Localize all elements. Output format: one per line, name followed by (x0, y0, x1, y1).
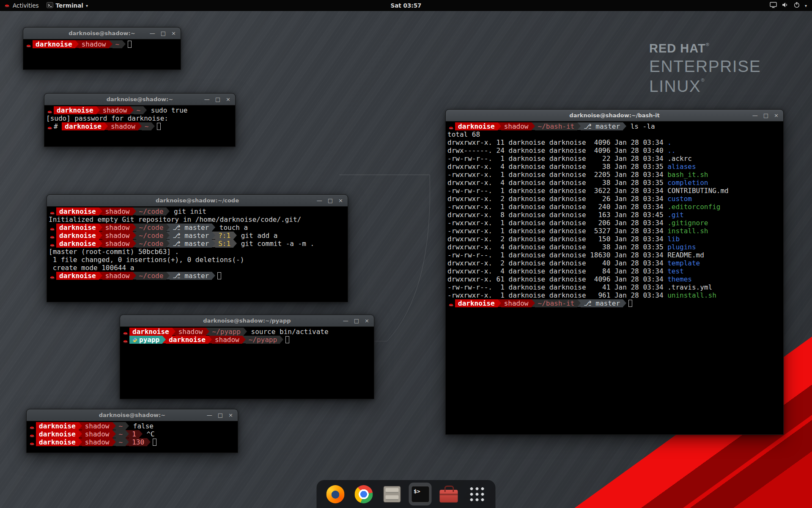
terminal-text: custom (667, 195, 692, 203)
redhat-prompt-icon (28, 422, 36, 430)
prompt-segment-user: darknoise (62, 122, 104, 130)
window-title: darknoise@shadow:~/bash-it (446, 112, 783, 119)
powerline-separator-icon (112, 422, 116, 430)
minimize-button[interactable]: — (150, 28, 155, 39)
dock-item-chrome[interactable] (352, 483, 375, 505)
prompt-segment-host: shadow (79, 40, 109, 48)
terminal-body[interactable]: darknoiseshadow~ falsedarknoiseshadow~1 … (27, 421, 238, 453)
powerline-separator-icon (126, 438, 129, 446)
terminal-body[interactable]: darknoiseshadow~ (23, 39, 181, 69)
terminal-text: -rwxrwxr-x. 1 darknoise darknoise 5327 J… (447, 227, 667, 235)
system-menu-caret-icon: ▾ (805, 3, 807, 8)
terminal-body[interactable]: darknoiseshadow~ sudo true[sudo] passwor… (44, 105, 235, 146)
prompt-segment-path: ~ (134, 106, 144, 114)
powerline-separator-icon (172, 328, 176, 335)
dock-item-software[interactable] (437, 483, 460, 505)
dock-item-files[interactable] (381, 483, 403, 505)
activities-button[interactable]: Activities (0, 0, 43, 11)
maximize-button[interactable]: □ (328, 195, 333, 206)
titlebar[interactable]: darknoise@shadow:~/pyapp—□× (120, 315, 374, 327)
prompt-segment-git: ⎇ master (170, 232, 212, 240)
terminal-body[interactable]: darknoiseshadow~/pyapp source bin/activa… (120, 327, 374, 399)
powerline-separator-icon (233, 240, 237, 247)
maximize-button[interactable]: □ (218, 409, 223, 421)
prompt-segment-path: ~/pyapp (246, 336, 280, 344)
terminal-text: completion (667, 179, 708, 187)
powerline-separator-icon (139, 430, 143, 438)
window-controls: —□× (752, 110, 783, 121)
close-button[interactable]: × (171, 28, 176, 39)
dock-item-app-grid[interactable] (466, 483, 488, 505)
prompt-segment-host: shadow (82, 422, 112, 430)
terminal-text: 1 file changed, 0 insertions(+), 0 delet… (49, 256, 244, 264)
terminal-body[interactable]: darknoiseshadow~/bash-it⎇ master ls -lat… (446, 121, 783, 434)
terminal-line: darknoiseshadow~ sudo true (46, 106, 235, 114)
redhat-prompt-icon (122, 336, 129, 344)
terminal-window-exit-codes: darknoise@shadow:~—□×darknoiseshadow~ fa… (26, 409, 238, 453)
terminal-app-icon (47, 2, 53, 10)
terminal-text: drwxrwxr-x. 4 darknoise darknoise 84 Jan… (447, 267, 667, 275)
system-status-area[interactable]: ▾ (765, 0, 812, 11)
window-controls: —□× (150, 28, 181, 39)
titlebar[interactable]: darknoise@shadow:~/code—□× (47, 195, 348, 207)
close-button[interactable]: × (226, 94, 230, 105)
terminal-text: drwxrwxr-x. 8 darknoise darknoise 163 Ja… (447, 211, 667, 219)
prompt-segment-git: ⎇ master (170, 240, 212, 248)
terminal-text: bash_it.sh (667, 171, 708, 179)
titlebar[interactable]: darknoise@shadow:~—□× (27, 409, 238, 421)
clock[interactable]: Sat 03:57 (391, 2, 422, 9)
minimize-button[interactable]: — (204, 94, 210, 105)
maximize-button[interactable]: □ (763, 110, 768, 121)
powerline-separator-icon (577, 122, 581, 130)
terminal-line: darknoiseshadow~/code⎇ master touch a (49, 224, 348, 232)
minimize-button[interactable]: — (752, 110, 758, 121)
terminal-text: git commit -a -m . (237, 240, 314, 248)
prompt-segment-user: darknoise (56, 272, 99, 280)
minimize-button[interactable]: — (207, 409, 212, 421)
powerline-separator-icon (99, 207, 102, 215)
powerline-separator-icon (244, 328, 247, 335)
powerline-separator-icon (280, 336, 283, 343)
powerline-separator-icon (133, 240, 136, 247)
close-button[interactable]: × (774, 110, 779, 121)
titlebar[interactable]: darknoise@shadow:~/bash-it—□× (446, 110, 783, 121)
maximize-button[interactable]: □ (354, 315, 359, 326)
powerline-separator-icon (104, 122, 108, 130)
dock-item-firefox[interactable] (324, 483, 347, 505)
powerline-separator-icon (242, 336, 246, 343)
minimize-button[interactable]: — (317, 195, 322, 206)
chrome-icon (354, 485, 373, 503)
maximize-button[interactable]: □ (161, 28, 166, 39)
close-button[interactable]: × (365, 315, 369, 326)
terminal-text: git add a (237, 232, 277, 240)
terminal-line: create mode 100644 a (49, 264, 348, 272)
terminal-text: . (667, 138, 672, 146)
prompt-segment-host: shadow (82, 438, 112, 446)
minimize-button[interactable]: — (343, 315, 348, 326)
window-title: darknoise@shadow:~/pyapp (120, 318, 374, 324)
powerline-separator-icon (166, 272, 170, 279)
maximize-button[interactable]: □ (215, 94, 220, 105)
powerline-separator-icon (147, 438, 151, 446)
software-toolbox-icon (439, 490, 458, 502)
terminal-body[interactable]: darknoiseshadow~/code git initInitialize… (47, 207, 348, 302)
powerline-separator-icon (206, 328, 209, 335)
prompt-segment-host: shadow (82, 430, 112, 438)
terminal-text: [sudo] password for darknoise: (46, 114, 168, 122)
close-button[interactable]: × (338, 195, 343, 206)
terminal-line: 1 file changed, 0 insertions(+), 0 delet… (49, 256, 348, 264)
dock-item-terminal[interactable]: $> (409, 483, 432, 505)
app-menu-terminal[interactable]: Terminal ▾ (43, 0, 92, 11)
titlebar[interactable]: darknoise@shadow:~—□× (44, 94, 235, 105)
powerline-separator-icon (79, 430, 82, 438)
titlebar[interactable]: darknoise@shadow:~—□× (23, 28, 181, 39)
app-grid-icon (469, 486, 485, 502)
redhat-prompt-icon (122, 328, 129, 336)
prompt-segment-user: darknoise (54, 106, 96, 114)
terminal-text: drwx------. 24 darknoise darknoise 4096 … (447, 146, 667, 155)
terminal-text: .git (667, 211, 684, 219)
terminal-line: -rw-rw-r--. 1 darknoise darknoise 41 Jan… (447, 283, 783, 291)
powerline-separator-icon (143, 106, 147, 114)
powerline-separator-icon (138, 122, 142, 130)
close-button[interactable]: × (228, 409, 233, 421)
